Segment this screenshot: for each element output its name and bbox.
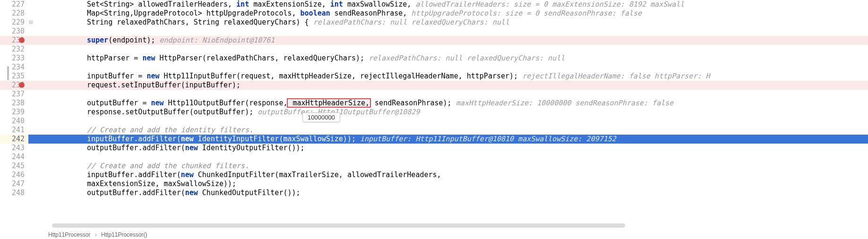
code-text[interactable]: outputBuffer.addFilter(new ChunkedOutput… — [44, 188, 301, 197]
line-number[interactable]: 229 — [0, 18, 28, 27]
line-number[interactable]: 232 — [0, 45, 28, 54]
code-text[interactable]: inputBuffer.addFilter(new IdentityInputF… — [44, 135, 616, 144]
code-line[interactable]: 241 // Create and add the identity filte… — [0, 126, 868, 135]
gutter-mark[interactable] — [28, 81, 44, 90]
chevron-right-icon: › — [95, 231, 97, 238]
line-number[interactable]: 243 — [0, 144, 28, 153]
gutter-mark[interactable] — [28, 144, 44, 153]
gutter-mark[interactable] — [28, 117, 44, 126]
code-line[interactable]: 230 — [0, 27, 868, 36]
horizontal-scrollbar[interactable] — [47, 222, 866, 229]
gutter-mark[interactable] — [28, 153, 44, 162]
breadcrumb-item[interactable]: Http11Processor() — [101, 231, 147, 238]
code-text[interactable]: inputBuffer = new Http11InputBuffer(requ… — [44, 72, 710, 81]
fold-icon[interactable]: ⊟ — [29, 18, 33, 27]
code-line[interactable]: 247 maxExtensionSize, maxSwallowSize)); — [0, 179, 868, 188]
code-line[interactable]: 233 httpParser = new HttpParser(relaxedP… — [0, 54, 868, 63]
gutter-mark[interactable] — [28, 72, 44, 81]
horizontal-scrollbar-thumb[interactable] — [52, 223, 625, 228]
code-text[interactable]: // Create and add the chunked filters. — [44, 162, 249, 171]
line-number[interactable]: 227 — [0, 0, 28, 9]
code-line[interactable]: 236 request.setInputBuffer(inputBuffer); — [0, 81, 868, 90]
gutter-mark[interactable] — [28, 36, 44, 45]
gutter-mark[interactable] — [28, 188, 44, 197]
code-line[interactable]: 229⊟ String relaxedPathChars, String rel… — [0, 18, 868, 27]
gutter-mark[interactable] — [28, 0, 44, 9]
gutter-mark[interactable] — [28, 179, 44, 188]
line-number[interactable]: 248 — [0, 188, 28, 197]
gutter-mark[interactable] — [28, 45, 44, 54]
line-number[interactable]: 230 — [0, 27, 28, 36]
code-line[interactable]: 227 Set<String> allowedTrailerHeaders, i… — [0, 0, 868, 9]
code-text[interactable]: httpParser = new HttpParser(relaxedPathC… — [44, 54, 565, 63]
line-number[interactable]: 245 — [0, 162, 28, 171]
code-text[interactable]: Set<String> allowedTrailerHeaders, int m… — [44, 0, 684, 9]
gutter-mark[interactable] — [28, 9, 44, 18]
code-text[interactable]: inputBuffer.addFilter(new ChunkedInputFi… — [44, 171, 441, 179]
code-line[interactable]: 248 outputBuffer.addFilter(new ChunkedOu… — [0, 188, 868, 197]
code-text[interactable]: response.setOutputBuffer(outputBuffer); … — [44, 108, 420, 117]
code-line[interactable]: 234 — [0, 63, 868, 72]
code-text[interactable]: maxExtensionSize, maxSwallowSize)); — [44, 179, 236, 188]
line-number[interactable]: 246 — [0, 171, 28, 179]
line-number[interactable]: 239 — [0, 108, 28, 117]
code-line[interactable]: 243 outputBuffer.addFilter(new IdentityO… — [0, 144, 868, 153]
line-number[interactable]: 235 — [0, 72, 28, 81]
gutter-mark[interactable] — [28, 162, 44, 171]
code-line[interactable]: 235 inputBuffer = new Http11InputBuffer(… — [0, 72, 868, 81]
line-number[interactable]: 237 — [0, 90, 28, 99]
code-line[interactable]: 237 — [0, 90, 868, 99]
gutter-mark[interactable] — [28, 99, 44, 108]
code-line[interactable]: 231 super(endpoint); endpoint: NioEndpoi… — [0, 36, 868, 45]
breadcrumb-item[interactable]: Http11Processor — [48, 231, 90, 238]
line-number[interactable]: 233 — [0, 54, 28, 63]
line-number[interactable]: 234 — [0, 63, 28, 72]
line-number[interactable]: 238 — [0, 99, 28, 108]
code-line[interactable]: 228 Map<String,UpgradeProtocol> httpUpgr… — [0, 9, 868, 18]
gutter-mark[interactable] — [28, 135, 44, 144]
gutter-mark[interactable] — [28, 108, 44, 117]
code-text[interactable]: Map<String,UpgradeProtocol> httpUpgradeP… — [44, 9, 642, 18]
code-text[interactable]: super(endpoint); endpoint: NioEndpoint@1… — [44, 36, 275, 45]
gutter-mark[interactable] — [28, 126, 44, 135]
code-line[interactable]: 240 — [0, 117, 868, 126]
code-line[interactable]: 246 inputBuffer.addFilter(new ChunkedInp… — [0, 171, 868, 179]
editor-lines[interactable]: 227 Set<String> allowedTrailerHeaders, i… — [0, 0, 868, 239]
gutter-mark[interactable]: ⊟ — [28, 18, 44, 27]
line-number[interactable]: 228 — [0, 9, 28, 18]
gutter-mark[interactable] — [28, 90, 44, 99]
code-line[interactable]: 232 — [0, 45, 868, 54]
line-number[interactable]: 240 — [0, 117, 28, 126]
code-text[interactable]: outputBuffer = new Http11OutputBuffer(re… — [44, 99, 673, 108]
code-editor[interactable]: 227 Set<String> allowedTrailerHeaders, i… — [0, 0, 868, 239]
code-line[interactable]: 242 inputBuffer.addFilter(new IdentityIn… — [0, 135, 868, 144]
code-line[interactable]: 245 // Create and add the chunked filter… — [0, 162, 868, 171]
gutter-mark[interactable] — [28, 27, 44, 36]
code-line[interactable]: 244 — [0, 153, 868, 162]
line-number[interactable]: 242 — [0, 135, 28, 144]
breadcrumb[interactable]: Http11Processor › Http11Processor() — [48, 231, 147, 238]
code-text[interactable]: // Create and add the identity filters. — [44, 126, 253, 135]
code-line[interactable]: 238 outputBuffer = new Http11OutputBuffe… — [0, 99, 868, 108]
gutter-mark[interactable] — [28, 171, 44, 179]
code-text[interactable]: String relaxedPathChars, String relaxedQ… — [44, 18, 509, 27]
code-line[interactable]: 239 response.setOutputBuffer(outputBuffe… — [0, 108, 868, 117]
breakpoint-icon[interactable] — [19, 82, 25, 88]
gutter-mark[interactable] — [28, 54, 44, 63]
code-text[interactable]: request.setInputBuffer(inputBuffer); — [44, 81, 241, 90]
gutter-mark[interactable] — [28, 63, 44, 72]
line-number[interactable]: 247 — [0, 179, 28, 188]
code-text[interactable]: outputBuffer.addFilter(new IdentityOutpu… — [44, 144, 305, 153]
hover-value-tooltip: 10000000 — [302, 112, 340, 122]
line-number[interactable]: 244 — [0, 153, 28, 162]
line-number[interactable]: 241 — [0, 126, 28, 135]
breakpoint-icon[interactable] — [19, 37, 25, 43]
